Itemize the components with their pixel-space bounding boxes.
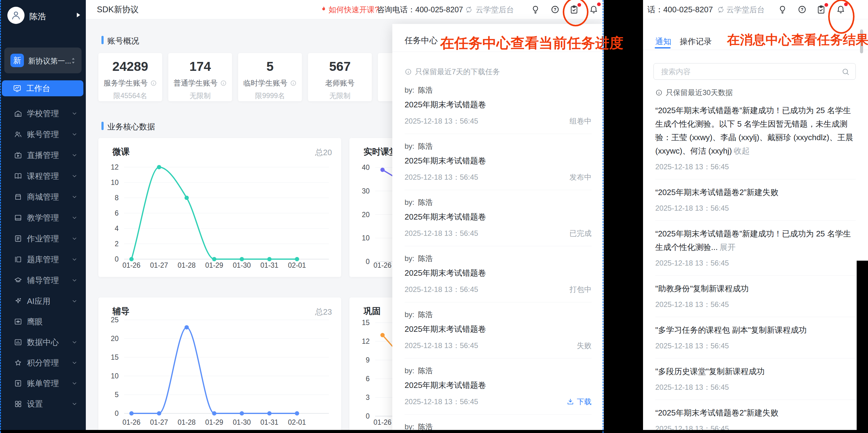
sidebar: 陈浩 新 新协议第一... 工作台 学校管理账号管理直播管理课程管理商城管理教学…: [0, 0, 86, 430]
backstage-link[interactable]: 云学堂后台: [726, 0, 765, 19]
sidebar-item-3[interactable]: 课程管理: [0, 168, 86, 184]
download-link[interactable]: 下载: [566, 397, 592, 407]
sidebar-item-label: 商城管理: [27, 192, 59, 202]
avatar[interactable]: [7, 7, 25, 24]
sidebar-item-13[interactable]: 账单管理: [0, 375, 86, 392]
message-time: 2025-12-18 13：56:45: [655, 162, 856, 172]
svg-text:10: 10: [111, 372, 119, 380]
stat-value: 174: [168, 59, 232, 74]
help-icon[interactable]: ?: [551, 5, 560, 14]
svg-text:01-30: 01-30: [233, 418, 251, 426]
task-item-5: by:陈浩2025年期末考试错题卷2025-12-18 13：56:45下载: [405, 358, 592, 414]
svg-text:10: 10: [362, 234, 370, 242]
chart-title: 巩固: [364, 306, 381, 317]
task-panel-title: 任务中心: [405, 35, 438, 46]
lightbulb-icon[interactable]: [531, 5, 540, 14]
sidebar-item-14[interactable]: 设置: [0, 395, 86, 412]
task-by: by:陈浩: [405, 141, 592, 151]
stat-card-0: 24289服务学生账号限45564名: [98, 53, 162, 101]
search-input[interactable]: [660, 65, 833, 78]
svg-text:40: 40: [362, 164, 370, 171]
toggle-expand-link[interactable]: 收起: [734, 146, 750, 155]
backstage-link[interactable]: 云学堂后台: [476, 0, 514, 19]
sidebar-item-8[interactable]: 辅导管理: [0, 272, 86, 289]
sidebar-item-label: 工作台: [26, 83, 50, 94]
sidebar-item-9[interactable]: AI应用: [0, 293, 86, 310]
toggle-expand-link[interactable]: 展开: [720, 242, 736, 252]
sidebar-item-10[interactable]: 鹰眼: [0, 313, 86, 330]
message-text: “2025年期末考试错题卷”新建成功！已成功为 25 名学生生成个性化测验...…: [655, 227, 856, 254]
stat-label: 普通学生账号: [174, 78, 218, 88]
task-title: 2025年期末考试错题卷: [405, 99, 592, 110]
task-item-1: by:陈浩2025年期末考试错题卷2025-12-18 13：56:45发布中: [405, 134, 592, 190]
svg-text:0: 0: [115, 255, 119, 263]
sidebar-item-1[interactable]: 账号管理: [0, 126, 86, 143]
search-icon[interactable]: [841, 67, 850, 76]
sidebar-item-label: 课程管理: [27, 171, 59, 181]
task-retention-note: 只保留最近7天的下载任务: [405, 67, 500, 77]
tab-operation-log[interactable]: 操作记录: [680, 36, 712, 47]
sidebar-item-7[interactable]: 题库管理: [0, 251, 86, 268]
ai-icon: [14, 297, 22, 305]
lightbulb-icon[interactable]: [778, 5, 787, 14]
chart-title: 辅导: [113, 306, 130, 317]
task-time: 2025-12-18 13：56:45: [405, 172, 478, 182]
stat-card-1: 174普通学生账号无限制: [168, 53, 232, 101]
bell-icon[interactable]: [589, 5, 598, 14]
overview-section-title: 账号概况: [107, 35, 139, 46]
tab-notifications[interactable]: 通知: [655, 36, 671, 47]
svg-text:10: 10: [111, 178, 119, 186]
stat-card-2: 5临时学生账号限9999名: [238, 53, 302, 101]
sidebar-item-6[interactable]: 作业管理: [0, 230, 86, 247]
message-item-3: "助教身份"复制新课程成功2025-12-18 13：56:45: [655, 276, 856, 317]
task-by: by:陈浩: [405, 198, 592, 207]
message-item-1: “2025年期末考试错题卷2”新建失败2025-12-18 13：56:45: [655, 179, 856, 221]
sidebar-item-workbench[interactable]: 工作台: [2, 80, 83, 96]
svg-text:?: ?: [801, 7, 804, 12]
info-icon[interactable]: [290, 80, 297, 86]
message-time: 2025-12-18 13：56:45: [655, 424, 856, 430]
task-center-icon[interactable]: [816, 5, 826, 14]
svg-text:01-28: 01-28: [178, 418, 196, 426]
flame-icon: [319, 5, 328, 14]
sidebar-item-5[interactable]: 教学管理: [0, 209, 86, 226]
status-badge: 打包中: [569, 285, 592, 294]
mall-icon: [14, 193, 22, 201]
sidebar-item-4[interactable]: 商城管理: [0, 188, 86, 205]
sorter-icon: [69, 57, 77, 65]
sidebar-item-2[interactable]: 直播管理: [0, 147, 86, 164]
stat-sublabel: 无限制: [168, 91, 232, 100]
sidebar-item-0[interactable]: 学校管理: [0, 105, 86, 122]
caret-right-icon[interactable]: [74, 11, 82, 19]
chevron-down-icon: [71, 401, 78, 407]
task-title: 2025年期末考试错题卷: [405, 268, 592, 278]
help-icon[interactable]: ?: [798, 5, 807, 14]
sidebar-item-11[interactable]: 数据中心: [0, 334, 86, 351]
task-item-3: by:陈浩2025年期末考试错题卷2025-12-18 13：56:45打包中: [405, 246, 592, 302]
task-by: by:陈浩: [405, 85, 592, 95]
chevron-down-icon: [71, 235, 78, 242]
message-item-6: “2025年期末考试错题卷2”新建失败2025-12-18 13：56:45: [655, 400, 856, 430]
message-item-4: "多学习任务的课程包 副本"复制新课程成功2025-12-18 13：56:45: [655, 317, 856, 358]
message-center-panel: 话：400-025-8207 云学堂后台 ? 通知操作记录 只保留最近30天数据…: [643, 0, 868, 430]
chart-card-2: 辅导总23051015202501-2601-2701-2801-2901-30…: [98, 297, 341, 433]
task-by: by:陈浩: [405, 310, 592, 320]
message-text: "多段历史课堂"复制新课程成功: [655, 365, 856, 378]
stat-card-3: 567老师账号无限制: [308, 53, 372, 101]
teaching-icon: [14, 214, 22, 222]
quick-course-link[interactable]: 如何快速开课?: [329, 0, 379, 19]
sidebar-item-label: 直播管理: [27, 150, 59, 161]
sidebar-item-12[interactable]: 积分管理: [0, 354, 86, 371]
svg-text:01-26: 01-26: [374, 418, 392, 426]
page-title: SDK新协议: [97, 0, 139, 19]
chart-total: 总20: [315, 147, 332, 158]
info-icon[interactable]: [150, 80, 157, 86]
org-selector[interactable]: 新 新协议第一...: [4, 48, 82, 73]
black-bottom-bar: [0, 430, 868, 433]
stat-sublabel: 限45564名: [98, 91, 162, 100]
message-text: “2025年期末考试错题卷”新建成功！已成功为 25 名学生生成个性化测验。以下…: [655, 104, 856, 157]
task-title: 2025年期末考试错题卷: [405, 324, 592, 334]
task-title: 2025年期末考试错题卷: [405, 155, 592, 166]
message-text: “2025年期末考试错题卷2”新建失败: [655, 185, 856, 199]
info-icon[interactable]: [220, 80, 227, 86]
